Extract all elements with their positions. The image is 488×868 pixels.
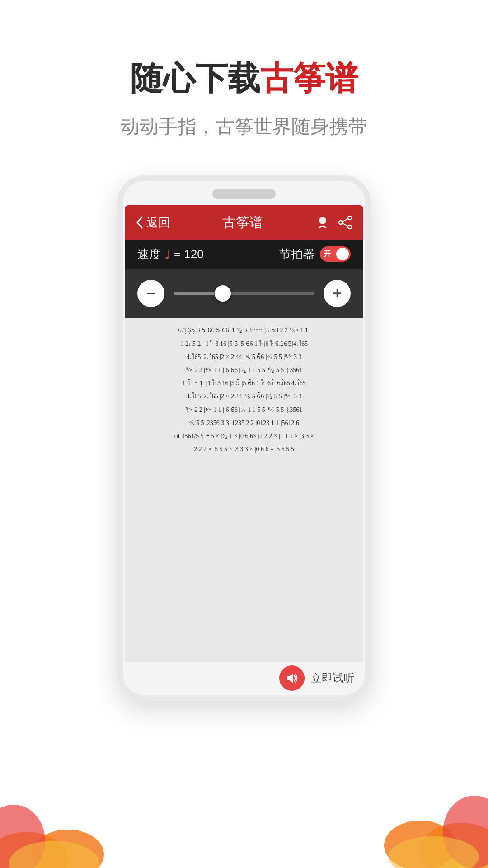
slider-area: − + [125,269,363,318]
back-chevron-icon [136,216,144,229]
sub-title: 动动手指，古筝世界随身携带 [0,114,488,139]
sheet-row: 2 2 2 × |5 5 5 × |3 3 3 × |0 6 6 × |5 5 … [129,443,359,456]
header-icons [315,215,352,230]
back-button[interactable]: 返回 [136,215,170,231]
app-header: 返回 古筝谱 [125,205,363,240]
main-title-highlight: 古筝谱 [260,60,358,96]
metronome-label: 节拍器 [279,246,314,262]
bottom-bar: 立即试听 [125,662,363,693]
svg-point-11 [348,225,352,229]
sheet-row: ²⁄₅ 5 5 |2356 3 3 |1235 2 2 |0123 1 1 |5… [129,416,359,429]
speed-value: = 120 [174,247,204,261]
metronome-section: 节拍器 开 [279,246,351,262]
sheet-row: ⁵⁄× 2 2 |³⁄× 1 1 | 6 6̄6 |³⁄₁ 1 1 5 5 |⁶… [129,403,359,416]
toggle-on-text: 开 [324,250,331,259]
sheet-row: 6.1̣6̣5̣ 3 5̄ 6̄6 5̄ 6̄6 |1 ²⁄₂ 3 3 ~~~ … [129,324,359,337]
back-label: 返回 [146,215,170,231]
sheet-row: rit 3561/5 5 |⁴ 5 × |²⁄₁ 1 × |0 6 6× |2 … [129,429,359,443]
toggle-switch[interactable]: 开 [320,246,351,262]
bookmark-icon[interactable] [315,215,330,230]
sheet-row: 4. i̊65 |2. i̊65 |2 × 2 44 |³⁄₅ 5 6̄6 |²… [129,350,359,363]
svg-point-8 [319,217,326,224]
play-button[interactable] [279,665,305,691]
listen-label[interactable]: 立即试听 [311,671,354,685]
note-icon: ♩ [164,247,170,262]
svg-point-9 [348,216,352,220]
control-bar: 速度 ♩ = 120 节拍器 开 [125,240,363,269]
sheet-row: 1 1̄i 5 1̣· |1 i̊· 3 16 |5 5̄ |5 6̄6 1 i… [129,377,359,390]
slider-track[interactable] [174,292,314,295]
decrease-button[interactable]: − [137,280,164,307]
sheet-row: ⁵⁄× 2 2 |³⁄× 1 1 | 6 6̄6 |³⁄₁ 1 1 5 5 |⁶… [129,363,359,377]
sheet-row: 4. i̊65 |2. i̊65 |2 × 2 44 |³⁄₅ 5 6̄6 |²… [129,390,359,403]
app-title: 古筝谱 [170,213,315,232]
speed-label: 速度 [137,246,161,262]
phone-container: 返回 古筝谱 [0,166,488,701]
toggle-knob [336,248,349,260]
decor-left [0,723,117,868]
phone-mockup: 返回 古筝谱 [117,175,371,701]
sheet-row: 1 1̣ī 5 1̣· |1 i̊· 3 16 |5 5̄ |5 6̄6 1 i… [129,337,359,350]
sheet-area: 6.1̣6̣5̣ 3 5̄ 6̄6 5̄ 6̄6 |1 ²⁄₂ 3 3 ~~~ … [125,318,363,662]
phone-speaker [212,189,276,199]
increase-button[interactable]: + [324,280,351,307]
app-screen: 返回 古筝谱 [125,205,363,693]
main-title: 随心下载古筝谱 [0,59,488,98]
speed-display: 速度 ♩ = 120 [137,246,204,262]
share-icon[interactable] [338,215,352,230]
speaker-wave-icon [286,672,298,684]
svg-line-13 [343,223,348,226]
main-title-part1: 随心下载 [130,60,260,96]
slider-thumb[interactable] [215,285,231,302]
svg-line-12 [343,219,348,222]
svg-point-10 [339,221,343,224]
decor-right [352,714,488,868]
header-section: 随心下载古筝谱 动动手指，古筝世界随身携带 [0,0,488,166]
